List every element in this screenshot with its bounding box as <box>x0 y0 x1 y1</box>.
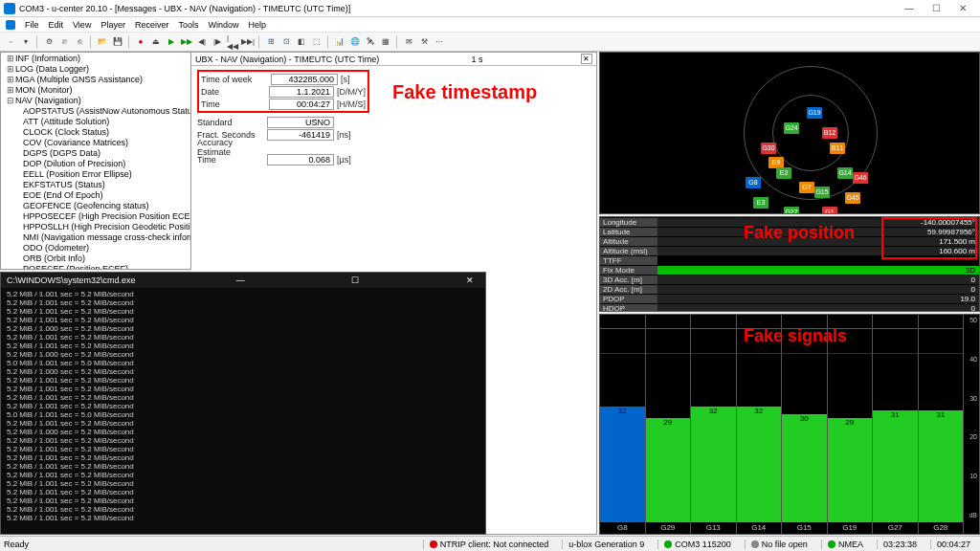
satellite-marker[interactable]: B12 <box>822 127 837 139</box>
signal-bar[interactable]: 31G27 <box>873 315 919 534</box>
cmd-title-bar[interactable]: C:\WINDOWS\system32\cmd.exe — ☐ ✕ <box>1 273 485 288</box>
tree-node[interactable]: EOE (End Of Epoch) <box>1 190 190 201</box>
signal-bar[interactable]: 29G29 <box>646 315 692 534</box>
tree-node[interactable]: ⊞MON (Monitor) <box>1 85 190 96</box>
satellite-marker[interactable]: G14 <box>837 167 853 179</box>
com-status: COM3 115200 <box>657 540 737 549</box>
tree-node[interactable]: NMI (Navigation message cross-check info… <box>1 232 190 243</box>
tree-node[interactable]: COV (Covariance Matrices) <box>1 138 190 148</box>
tree-node[interactable]: EKFSTATUS (Status) <box>1 180 190 190</box>
tree-node[interactable]: ODO (Odometer) <box>1 243 190 253</box>
menu-help[interactable]: Help <box>248 20 266 30</box>
signal-panel[interactable]: 32G829G2932G1332G1430G1529G1931G2731G28 … <box>599 314 980 535</box>
menu-receiver[interactable]: Receiver <box>135 20 169 30</box>
signal-bar[interactable]: 32G14 <box>737 315 783 534</box>
satellite-marker[interactable]: G24 <box>784 122 799 134</box>
tool-icon[interactable]: ⎋ <box>73 35 86 49</box>
satellite-marker[interactable]: G15 <box>814 187 830 198</box>
view-icon[interactable]: ⬚ <box>310 35 323 49</box>
satellite-marker[interactable]: G8 <box>746 177 761 188</box>
position-row: Fix Mode3D <box>600 265 979 275</box>
signal-bar[interactable]: 32G13 <box>691 315 737 534</box>
tree-node[interactable]: ⊞MGA (Multiple GNSS Assistance) <box>1 75 190 85</box>
step-fwd-icon[interactable]: |▶ <box>211 35 224 49</box>
fast-forward-icon[interactable]: ▶▶ <box>180 35 193 49</box>
connect-icon[interactable]: ⎓ <box>4 35 17 49</box>
satellite-marker[interactable]: G19 <box>807 107 822 119</box>
tree-node[interactable]: DOP (Dilution of Precision) <box>1 159 190 169</box>
msg-icon[interactable]: ✉ <box>402 35 415 49</box>
tree-node[interactable]: CLOCK (Clock Status) <box>1 127 190 138</box>
status-dot-icon <box>828 540 835 548</box>
fake-timestamp-annotation: Fake timestamp <box>392 81 537 103</box>
tree-node[interactable]: GEOFENCE (Geofencing status) <box>1 201 190 211</box>
satellite-marker[interactable]: G30 <box>761 143 776 154</box>
panel-close-icon[interactable]: ✕ <box>581 54 592 64</box>
status-ready: Ready <box>4 540 29 549</box>
signal-bar[interactable]: 30G15 <box>782 315 828 534</box>
cmd-minimize-icon[interactable]: — <box>231 276 250 285</box>
tree-node[interactable]: EELL (Position Error Ellipse) <box>1 169 190 180</box>
cfg-icon[interactable]: ⚒ <box>417 35 431 49</box>
cmd-maximize-icon[interactable]: ☐ <box>345 276 365 285</box>
tool-icon[interactable]: ⚙ <box>42 35 56 49</box>
save-icon[interactable]: 💾 <box>111 35 124 49</box>
menu-view[interactable]: View <box>73 20 91 30</box>
sat-icon[interactable]: 🛰 <box>364 35 377 49</box>
satellite-marker[interactable]: G46 <box>853 172 868 184</box>
satellite-marker[interactable]: G45 <box>845 192 860 204</box>
close-button[interactable]: ✕ <box>949 3 976 13</box>
dropdown-icon[interactable]: ▾ <box>19 35 33 49</box>
satellite-marker[interactable]: G27 <box>784 207 799 214</box>
maximize-button[interactable]: ☐ <box>923 3 949 13</box>
chart-icon[interactable]: 📊 <box>333 35 346 49</box>
satellite-marker[interactable]: E2 <box>776 167 791 179</box>
tree-node[interactable]: ⊟NAV (Navigation) <box>1 96 190 106</box>
eject-icon[interactable]: ⏏ <box>149 35 163 49</box>
tree-node[interactable]: ⊞LOG (Data Logger) <box>1 64 190 75</box>
tree-node[interactable]: POSECEF (Position ECEF) <box>1 264 190 270</box>
timestamp-box: Time of week432285.000[s]Date1.1.2021[D/… <box>197 70 369 113</box>
view-icon[interactable]: ◧ <box>295 35 308 49</box>
menu-file[interactable]: File <box>25 20 39 30</box>
tree-node[interactable]: ⊞INF (Information) <box>1 54 190 64</box>
play-icon[interactable]: ▶ <box>165 35 178 49</box>
satellite-marker[interactable]: G1 <box>822 207 837 214</box>
message-tree[interactable]: ⊞INF (Information)⊞LOG (Data Logger)⊞MGA… <box>0 52 191 270</box>
menu-edit[interactable]: Edit <box>49 20 64 30</box>
globe-icon[interactable]: 🌐 <box>348 35 362 49</box>
tree-node[interactable]: AOPSTATUS (AssistNow Autonomous Status) <box>1 106 190 117</box>
tree-node[interactable]: HPPOSECEF (High Precision Position ECEF) <box>1 211 190 222</box>
satellite-marker[interactable]: B11 <box>830 143 845 154</box>
more-icon[interactable]: ⋯ <box>433 35 446 49</box>
table-icon[interactable]: ▦ <box>379 35 392 49</box>
separator <box>90 35 92 49</box>
skip-start-icon[interactable]: |◀◀ <box>226 35 239 49</box>
position-row: HDOP0 <box>600 303 979 312</box>
minimize-button[interactable]: — <box>896 3 923 13</box>
tree-node[interactable]: HPPOSLLH (High Precision Geodetic Positi… <box>1 222 190 232</box>
menu-tools[interactable]: Tools <box>178 20 198 30</box>
step-back-icon[interactable]: ◀| <box>195 35 209 49</box>
menu-player[interactable]: Player <box>100 20 125 30</box>
signal-bar[interactable]: 29G19 <box>828 315 874 534</box>
cmd-close-icon[interactable]: ✕ <box>460 276 479 285</box>
tool-icon[interactable]: ⎚ <box>57 35 71 49</box>
signal-bar[interactable]: 31G28 <box>919 315 965 534</box>
skip-end-icon[interactable]: ▶▶| <box>241 35 255 49</box>
sky-plot-panel[interactable]: G8G30E9G24E2G7B12B11G14G15G27G1G45G46G19… <box>599 52 980 214</box>
property-row: Date1.1.2021[D/M/Y] <box>201 85 366 98</box>
view-icon[interactable]: ⊞ <box>264 35 278 49</box>
menu-window[interactable]: Window <box>208 20 238 30</box>
tree-node[interactable]: ORB (Orbit Info) <box>1 253 190 264</box>
satellite-marker[interactable]: E3 <box>753 197 768 209</box>
record-icon[interactable]: ● <box>134 35 147 49</box>
signal-bar[interactable]: 32G8 <box>600 315 646 534</box>
cmd-window[interactable]: C:\WINDOWS\system32\cmd.exe — ☐ ✕ 5.2 Mi… <box>0 272 486 535</box>
view-icon[interactable]: ⊡ <box>279 35 293 49</box>
tree-node[interactable]: ATT (Attitude Solution) <box>1 117 190 127</box>
satellite-marker[interactable]: G7 <box>799 182 814 193</box>
open-icon[interactable]: 📂 <box>96 35 109 49</box>
tree-node[interactable]: DGPS (DGPS Data) <box>1 148 190 159</box>
update-rate: 1 s <box>472 55 483 64</box>
